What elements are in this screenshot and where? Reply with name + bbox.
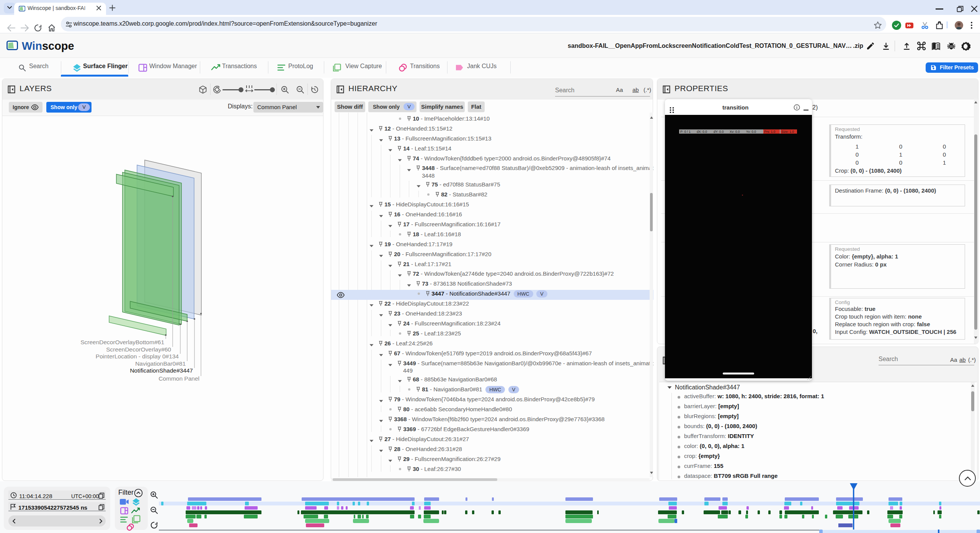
svg-text:ScreenDecorOverlayBottom#61: ScreenDecorOverlayBottom#61 bbox=[80, 339, 164, 345]
svg-text:Common Panel: Common Panel bbox=[158, 375, 199, 382]
svg-text:NavigationBar0#81: NavigationBar0#81 bbox=[135, 360, 186, 367]
svg-text:PointerLocation - display 0#13: PointerLocation - display 0#134 bbox=[96, 353, 179, 360]
svg-text:ScreenDecorOverlay#60: ScreenDecorOverlay#60 bbox=[106, 346, 171, 353]
svg-text:NotificationShade#3447: NotificationShade#3447 bbox=[130, 367, 193, 374]
